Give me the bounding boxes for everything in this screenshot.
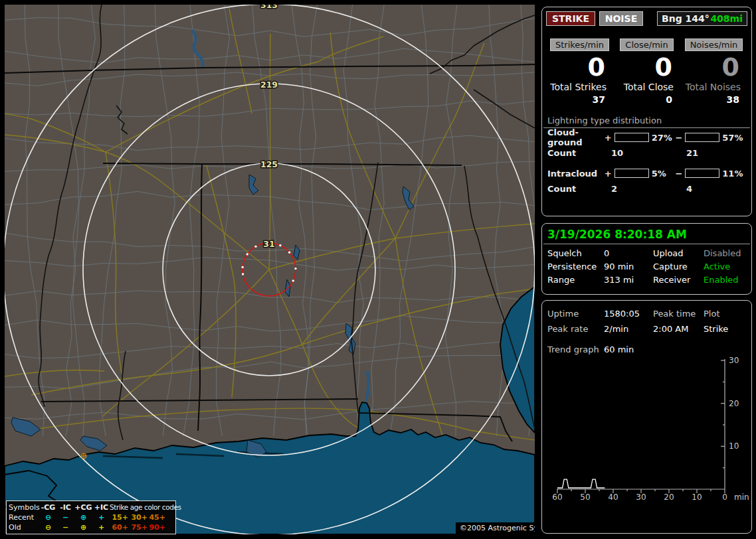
svg-text:min: min bbox=[734, 493, 749, 502]
cg-positive-count: 10 bbox=[611, 148, 686, 158]
datetime-display: 3/19/2026 8:20:18 AM bbox=[542, 224, 751, 244]
cg-positive-pct: 27% bbox=[652, 133, 676, 143]
svg-text:20: 20 bbox=[664, 493, 674, 502]
cloud-ground-count-row: Count 10 21 bbox=[542, 145, 751, 160]
noise-mode-button[interactable]: NOISE bbox=[599, 11, 643, 26]
strikes-per-min-button[interactable]: Strikes/min bbox=[550, 38, 609, 51]
old-pic-icon: + bbox=[93, 522, 110, 532]
intracloud-count-row: Count 2 4 bbox=[542, 181, 751, 196]
range-label: Range bbox=[547, 273, 604, 287]
squelch-value: 0 bbox=[604, 247, 653, 260]
total-noises-value: 38 bbox=[680, 94, 747, 105]
ic-negative-pct: 11% bbox=[722, 169, 746, 179]
svg-text:30: 30 bbox=[729, 356, 739, 365]
svg-text:30: 30 bbox=[636, 493, 646, 502]
cg-negative-bar bbox=[685, 133, 719, 142]
total-strikes-label: Total Strikes bbox=[546, 82, 613, 92]
uptime-label: Uptime bbox=[547, 306, 604, 321]
legend-col-ncg: -CG bbox=[39, 502, 57, 512]
ic-positive-bar bbox=[614, 169, 649, 178]
close-per-min-button[interactable]: Close/min bbox=[620, 38, 673, 51]
svg-text:10: 10 bbox=[729, 441, 739, 451]
copyright-notice: ©2005 Astrogenic Systems bbox=[456, 522, 535, 534]
plot-label: Plot bbox=[704, 306, 746, 321]
cg-negative-pct: 57% bbox=[722, 133, 746, 143]
strikes-rate: 0 bbox=[546, 54, 613, 80]
bearing-distance: 408mi bbox=[710, 13, 743, 24]
age-15: 15+ bbox=[110, 512, 128, 522]
svg-text:0: 0 bbox=[722, 493, 727, 502]
strike-legend: Symbols -CG -IC +CG +IC Strike age color… bbox=[6, 501, 176, 534]
upload-label: Upload bbox=[653, 247, 704, 260]
age-75: 75+ bbox=[128, 522, 147, 532]
noises-column: Noises/min 0 Total Noises 38 bbox=[680, 38, 747, 105]
svg-text:40: 40 bbox=[608, 493, 618, 502]
strikes-column: Strikes/min 0 Total Strikes 37 bbox=[546, 38, 613, 105]
legend-age-title: Strike age color codes bbox=[110, 502, 165, 512]
old-strike-symbol: ⊕ bbox=[80, 451, 88, 461]
range-value: 313 mi bbox=[604, 273, 653, 287]
ic-positive-pct: 5% bbox=[652, 169, 676, 179]
peak-rate-label: Peak rate bbox=[547, 321, 604, 337]
minus-sign: − bbox=[675, 169, 682, 179]
svg-text:31: 31 bbox=[263, 239, 274, 249]
legend-symbols-title: Symbols bbox=[9, 502, 39, 512]
old-nic-icon: − bbox=[57, 522, 74, 532]
svg-text:50: 50 bbox=[580, 493, 590, 502]
ic-positive-count: 2 bbox=[611, 184, 686, 194]
legend-col-pcg: +CG bbox=[74, 502, 93, 512]
persistence-label: Persistence bbox=[547, 260, 604, 273]
counters-panel: STRIKE NOISE Bng 144° 408mi Strikes/min … bbox=[541, 7, 752, 216]
strike-mode-button[interactable]: STRIKE bbox=[546, 11, 595, 26]
plot-value: Strike bbox=[704, 321, 746, 337]
status-panel: 3/19/2026 8:20:18 AM Squelch 0 Upload Di… bbox=[541, 223, 752, 295]
recent-pic-icon: + bbox=[93, 512, 110, 522]
peak-time-label: Peak time bbox=[653, 306, 704, 321]
plus-sign: + bbox=[605, 133, 612, 143]
cg-negative-count: 21 bbox=[686, 148, 698, 158]
cloud-ground-row: Cloud-ground + 27% − 57% bbox=[542, 129, 751, 145]
upload-status: Disabled bbox=[704, 247, 746, 260]
svg-text:125: 125 bbox=[260, 159, 278, 169]
svg-text:60: 60 bbox=[552, 493, 562, 502]
legend-row-recent: Recent bbox=[9, 512, 39, 522]
persistence-value: 90 min bbox=[604, 260, 653, 273]
noises-per-min-button[interactable]: Noises/min bbox=[685, 38, 743, 51]
receiver-status: Enabled bbox=[704, 273, 746, 287]
total-close-value: 0 bbox=[613, 94, 680, 105]
squelch-label: Squelch bbox=[547, 247, 604, 260]
total-strikes-value: 37 bbox=[546, 94, 613, 105]
peak-rate-value: 2/min bbox=[604, 321, 653, 337]
minus-sign: − bbox=[675, 133, 682, 143]
receiver-label: Receiver bbox=[653, 273, 704, 287]
recent-nic-icon: − bbox=[57, 512, 74, 522]
old-ncg-icon: ⊖ bbox=[39, 522, 57, 532]
nexstorm-window: 31321912531 ⊕ Symbols -CG -IC +CG +IC St… bbox=[0, 0, 756, 539]
legend-row-old: Old bbox=[9, 522, 39, 532]
bearing-label: Bng 144° bbox=[662, 13, 709, 24]
count-label: Count bbox=[547, 184, 611, 194]
trend-panel: Uptime 1580:05 Peak time Plot Peak rate … bbox=[541, 300, 752, 534]
total-noises-label: Total Noises bbox=[680, 82, 747, 92]
bearing-indicator: Bng 144° 408mi bbox=[657, 11, 747, 26]
legend-col-pic: +IC bbox=[93, 502, 110, 512]
lightning-distribution: Lightning type distribution Cloud-ground… bbox=[542, 116, 751, 196]
recent-pcg-icon: ⊕ bbox=[74, 512, 93, 522]
age-90: 90+ bbox=[147, 522, 165, 532]
legend-col-nic: -IC bbox=[57, 502, 74, 512]
strike-map[interactable]: 31321912531 ⊕ bbox=[5, 5, 535, 534]
svg-text:10: 10 bbox=[692, 493, 702, 502]
svg-text:219: 219 bbox=[260, 80, 278, 90]
plus-sign: + bbox=[605, 169, 612, 179]
uptime-grid: Uptime 1580:05 Peak time Plot Peak rate … bbox=[542, 301, 751, 337]
age-30: 30+ bbox=[128, 512, 147, 522]
cg-positive-bar bbox=[614, 133, 649, 142]
count-label: Count bbox=[547, 148, 611, 158]
noises-rate: 0 bbox=[680, 54, 747, 80]
total-close-label: Total Close bbox=[613, 82, 680, 92]
settings-grid: Squelch 0 Upload Disabled Persistence 90… bbox=[542, 244, 751, 287]
map-panel[interactable]: 31321912531 ⊕ Symbols -CG -IC +CG +IC St… bbox=[5, 5, 535, 534]
capture-label: Capture bbox=[653, 260, 704, 273]
intracloud-row: Intracloud + 5% − 11% bbox=[542, 165, 751, 181]
intracloud-label: Intracloud bbox=[547, 169, 605, 179]
